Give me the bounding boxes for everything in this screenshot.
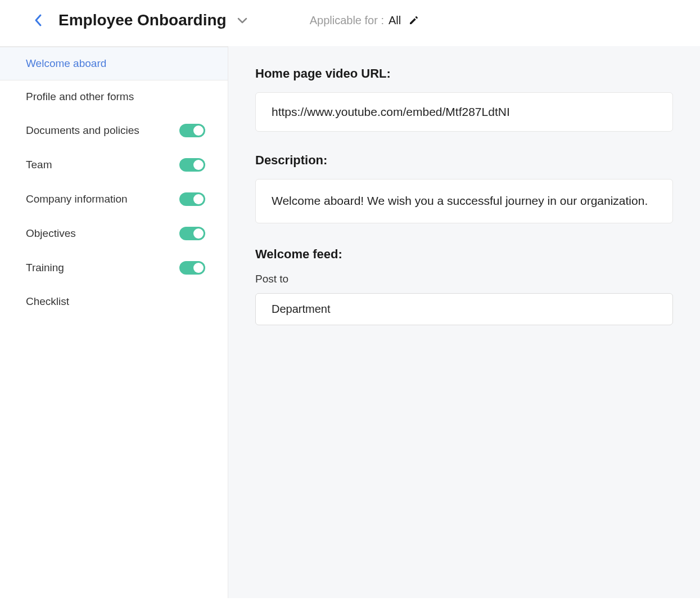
applicable-for: Applicable for : All [310, 14, 419, 27]
applicable-label: Applicable for : [310, 14, 384, 27]
sidebar-item-label: Checklist [26, 295, 205, 308]
sidebar-item-company-information[interactable]: Company information [0, 182, 228, 217]
title-dropdown[interactable] [237, 16, 248, 24]
sidebar-item-welcome-aboard[interactable]: Welcome aboard [0, 47, 228, 80]
description-input[interactable]: Welcome aboard! We wish you a successful… [255, 179, 673, 223]
page-title: Employee Onboarding [58, 11, 227, 29]
sidebar-item-objectives[interactable]: Objectives [0, 217, 228, 251]
video-url-input[interactable]: https://www.youtube.com/embed/Mtf287LdtN… [255, 92, 673, 132]
page-header: Employee Onboarding Applicable for : All [0, 0, 700, 46]
sidebar-item-profile-and-other-forms[interactable]: Profile and other forms [0, 80, 228, 114]
toggle-knob [193, 194, 204, 204]
sidebar-item-team[interactable]: Team [0, 148, 228, 182]
sidebar-item-label: Documents and policies [26, 124, 179, 137]
post-to-label: Post to [255, 273, 673, 285]
toggle-company-information[interactable] [179, 192, 205, 206]
toggle-knob [193, 125, 204, 136]
video-url-label: Home page video URL: [255, 66, 673, 81]
applicable-value: All [389, 14, 401, 27]
sidebar-item-label: Training [26, 262, 179, 274]
sidebar-item-label: Objectives [26, 227, 179, 240]
toggle-knob [193, 160, 204, 170]
pencil-icon [409, 15, 419, 25]
toggle-documents-and-policies[interactable] [179, 124, 205, 137]
toggle-knob [193, 228, 204, 239]
description-label: Description: [255, 153, 673, 168]
sidebar-item-label: Welcome aboard [26, 57, 205, 70]
sidebar-item-training[interactable]: Training [0, 251, 228, 285]
sidebar: Welcome aboardProfile and other formsDoc… [0, 46, 228, 598]
sidebar-item-documents-and-policies[interactable]: Documents and policies [0, 114, 228, 148]
chevron-down-icon [237, 16, 248, 24]
welcome-feed-label: Welcome feed: [255, 247, 673, 262]
edit-applicable-button[interactable] [409, 15, 419, 25]
back-button[interactable] [34, 14, 43, 27]
toggle-training[interactable] [179, 261, 205, 275]
sidebar-item-label: Team [26, 159, 179, 171]
chevron-left-icon [34, 14, 43, 27]
sidebar-item-label: Company information [26, 193, 179, 205]
toggle-team[interactable] [179, 158, 205, 172]
toggle-objectives[interactable] [179, 227, 205, 240]
sidebar-item-label: Profile and other forms [26, 91, 205, 103]
post-to-select[interactable]: Department [255, 293, 673, 325]
sidebar-item-checklist[interactable]: Checklist [0, 285, 228, 318]
main-content: Home page video URL: https://www.youtube… [228, 46, 700, 598]
toggle-knob [193, 263, 204, 273]
